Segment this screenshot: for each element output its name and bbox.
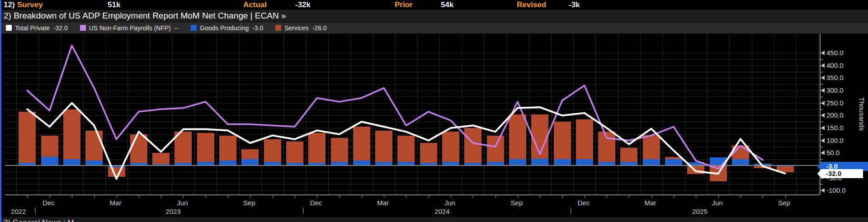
x-month-label: Mar: [645, 199, 656, 207]
axis-arrow-icon: [821, 88, 825, 93]
x-tick: [139, 195, 139, 198]
next-row-strip[interactable]: 3) General News | M: [1, 217, 868, 222]
y-tick: [821, 72, 823, 72]
axis-arrow-icon: [821, 151, 825, 155]
y-tick: [821, 97, 823, 97]
y-tick: [821, 134, 823, 135]
legend-swatch-icon: [80, 25, 86, 31]
x-month-label: Dec: [577, 199, 590, 207]
legend-label: US Non-Farm Payrolls (NFP) --: [89, 24, 179, 32]
x-month-label: Mar: [110, 199, 122, 207]
y-tick: [821, 159, 823, 160]
legend-item-1[interactable]: US Non-Farm Payrolls (NFP) --: [80, 24, 179, 32]
y-tick-label: 350.0: [826, 74, 844, 81]
y-tick: [821, 178, 824, 179]
x-tick: [651, 195, 652, 198]
x-month-label: Sep: [511, 199, 523, 207]
x-tick: [540, 195, 540, 198]
x-tick: [27, 195, 28, 198]
x-tick: [161, 195, 161, 198]
y-tick-label: 50.0: [826, 149, 840, 156]
y-tick: [821, 147, 823, 147]
x-year-divider: |: [34, 207, 36, 214]
axis-arrow-icon: [821, 63, 825, 68]
axis-arrow-icon: [821, 101, 825, 105]
x-tick: [295, 195, 295, 198]
x-tick: [206, 195, 206, 198]
x-year-label: 2025: [692, 208, 707, 215]
x-tick: [607, 195, 607, 198]
x-year-label: 2023: [165, 208, 180, 215]
legend-swatch-icon: [275, 25, 281, 31]
x-tick: [518, 195, 518, 198]
row-number[interactable]: 12): [4, 0, 15, 9]
x-tick: [50, 195, 50, 198]
x-tick: [585, 195, 585, 198]
x-tick: [763, 195, 763, 198]
y-tick-label: -100.0: [826, 186, 846, 194]
x-tick: [406, 195, 406, 198]
x-tick: [317, 195, 317, 198]
actual-label: Actual: [243, 0, 267, 9]
x-tick: [473, 195, 473, 198]
chart-title[interactable]: 2) Breakdown of US ADP Employment Report…: [4, 11, 286, 21]
x-tick: [117, 195, 117, 198]
x-month-label: Jun: [177, 199, 188, 207]
total-private-value-tag: -32.0: [821, 169, 863, 178]
axis-arrow-icon: [821, 138, 825, 143]
x-tick: [72, 195, 72, 198]
revised-value: -3k: [569, 0, 580, 9]
actual-value: -32k: [295, 0, 311, 9]
x-tick: [384, 195, 384, 198]
bloomberg-ecan-screen: 12) Survey 51k Actual -32k Prior 54k Rev…: [0, 0, 868, 222]
x-tick: [273, 195, 273, 198]
legend-label: Services -28.0: [284, 24, 326, 32]
x-tick: [429, 195, 429, 198]
x-tick: [495, 195, 496, 198]
y-tick: [821, 122, 823, 122]
line-series-layer: [5, 34, 820, 194]
x-month-label: Mar: [377, 199, 389, 207]
x-year-label: 2022: [11, 208, 26, 215]
x-month-label: Jun: [712, 199, 723, 207]
x-tick: [629, 195, 629, 198]
chart-plot-area[interactable]: [5, 34, 820, 194]
x-tick: [785, 195, 786, 198]
y-tick-label: 450.0: [826, 49, 844, 57]
prior-label: Prior: [395, 0, 413, 9]
x-month-label: Jun: [444, 199, 455, 207]
tag-arrow-icon: [817, 169, 821, 178]
axis-arrow-icon: [821, 126, 825, 130]
x-tick: [94, 195, 94, 198]
legend-label: Goods Producing -3.0: [200, 24, 263, 32]
total-private-line: [27, 103, 785, 179]
y-tick: [821, 184, 823, 184]
x-tick: [674, 195, 674, 198]
next-row-label[interactable]: 3) General News: [4, 218, 61, 222]
chart-title-bar[interactable]: 2) Breakdown of US ADP Employment Report…: [1, 10, 868, 22]
survey-label[interactable]: Survey: [17, 0, 43, 9]
y-tick-label: 250.0: [826, 99, 844, 107]
nfp-line: [27, 46, 763, 169]
chart-legend: Total Private -32.0US Non-Farm Payrolls …: [1, 22, 868, 33]
x-tick: [362, 195, 362, 198]
axis-arrow-icon: [821, 51, 825, 55]
y-tick-label: 300.0: [826, 86, 844, 94]
x-month-label: Dec: [310, 199, 322, 207]
legend-item-3[interactable]: Services -28.0: [275, 24, 326, 32]
y-tick-label: 400.0: [826, 61, 844, 69]
x-year-label: 2024: [434, 208, 449, 215]
x-tick: [741, 195, 741, 198]
x-axis-line: [5, 194, 820, 195]
legend-item-0[interactable]: Total Private -32.0: [6, 24, 68, 32]
y-tick: [821, 59, 823, 60]
x-tick: [451, 195, 451, 198]
x-month-label: Sep: [778, 199, 790, 207]
x-tick: [228, 195, 228, 198]
next-row-label-2: M: [66, 218, 74, 222]
axis-arrow-icon: [821, 113, 825, 118]
x-month-label: Sep: [243, 199, 255, 207]
legend-item-2[interactable]: Goods Producing -3.0: [191, 24, 263, 32]
y-tick: [821, 109, 823, 110]
legend-swatch-icon: [6, 25, 12, 31]
